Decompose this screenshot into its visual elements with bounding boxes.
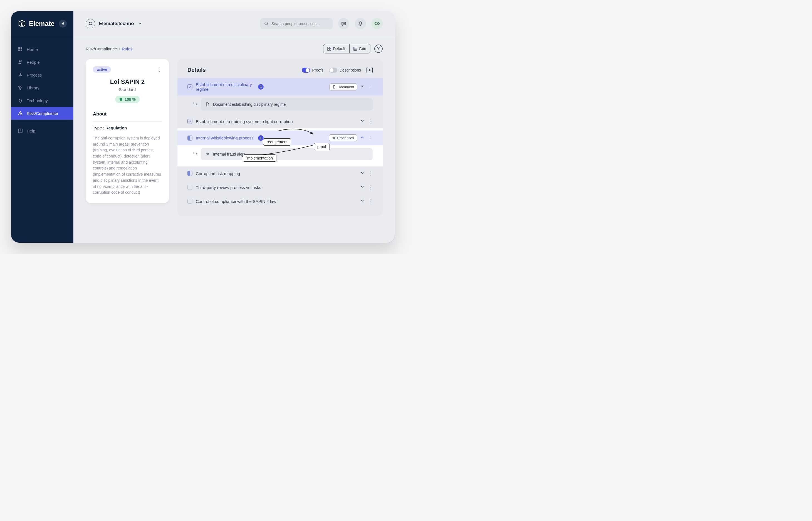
svg-point-6 (19, 86, 20, 87)
svg-point-14 (343, 23, 344, 24)
proof-item[interactable]: Document establishing disciplinary regim… (201, 98, 373, 111)
toggle-descriptions-label: Descriptions (339, 68, 361, 72)
toggle-proofs-label: Proofs (312, 68, 324, 72)
sub-row: Document establishing disciplinary regim… (177, 95, 383, 114)
nav-item-technology[interactable]: Technology (11, 94, 73, 107)
brand-logo[interactable]: Elemate (18, 20, 59, 28)
svg-rect-3 (21, 49, 22, 51)
indent-arrow-icon (193, 101, 197, 107)
breadcrumb-root[interactable]: Risk/Compliance (86, 46, 117, 51)
nav-item-process[interactable]: Process (11, 68, 73, 81)
brand-name: Elemate (29, 20, 54, 27)
proof-chip[interactable]: Document (330, 84, 357, 90)
details-title: Details (187, 67, 302, 73)
nav-label: Risk/Compliance (27, 111, 58, 116)
nav-item-help[interactable]: Help (11, 124, 73, 137)
chat-button[interactable] (338, 18, 349, 29)
proof-chip[interactable]: Processes (329, 134, 357, 141)
nav-item-library[interactable]: Library (11, 81, 73, 94)
requirement-label: Establishment of a training system to fi… (196, 119, 357, 124)
svg-rect-19 (330, 49, 331, 50)
row-menu-button[interactable]: ⋮ (367, 170, 373, 177)
about-heading: About (93, 111, 162, 117)
content: Risk/Compliance › Rules Default Grid ? (73, 36, 395, 243)
breadcrumb-current[interactable]: Rules (122, 46, 133, 51)
requirement-row[interactable]: Corruption risk mapping ⋮ (177, 166, 383, 180)
requirement-label: Corruption risk mapping (196, 171, 357, 176)
annotation-proof: proof (314, 143, 330, 150)
document-icon (206, 103, 210, 106)
sidebar-back-button[interactable] (59, 20, 67, 27)
proof-item[interactable]: Internal fraud alert (201, 148, 373, 160)
percent-badge: 100 % (115, 96, 140, 103)
chevron-down-icon (138, 22, 142, 26)
details-panel: Details Proofs Descriptions + (177, 59, 383, 216)
view-default-button[interactable]: Default (324, 44, 349, 53)
row-menu-button[interactable]: ⋮ (367, 118, 373, 124)
nav-item-risk-compliance[interactable]: Risk/Compliance (11, 107, 73, 120)
toggle-proofs[interactable] (302, 68, 310, 73)
svg-point-12 (265, 22, 267, 25)
svg-point-11 (90, 22, 92, 23)
svg-rect-0 (18, 47, 20, 49)
help-button[interactable]: ? (374, 45, 383, 53)
row-menu-button[interactable]: ⋮ (367, 84, 373, 90)
org-avatar-icon (86, 19, 95, 28)
row-menu-button[interactable]: ⋮ (367, 184, 373, 190)
rule-card: active ⋮ Loi SAPIN 2 Standard 100 % Abou… (86, 59, 169, 203)
nav-label: Technology (27, 98, 48, 103)
breadcrumb-row: Risk/Compliance › Rules Default Grid ? (86, 44, 383, 53)
card-menu-button[interactable]: ⋮ (157, 67, 162, 73)
nav-help-label: Help (27, 129, 35, 133)
chevron-down-icon[interactable] (360, 171, 364, 176)
chevron-down-icon[interactable] (360, 199, 364, 204)
checkbox-empty-icon (187, 199, 192, 204)
svg-point-5 (21, 61, 22, 62)
annotation-implementation: implementation (243, 155, 277, 162)
sidebar: Elemate Home People Process Library (11, 11, 73, 243)
checkbox-checked-icon (187, 119, 192, 124)
toggle-descriptions[interactable] (329, 68, 337, 73)
checkbox-partial-icon (187, 136, 192, 140)
about-text: The anti-corruption system is deployed a… (93, 135, 162, 196)
svg-point-13 (342, 23, 343, 24)
chevron-down-icon[interactable] (360, 84, 364, 89)
chevron-down-icon[interactable] (360, 119, 364, 124)
document-icon (333, 85, 336, 89)
requirement-label: Internal whistleblowing process (196, 136, 255, 140)
requirement-row[interactable]: Establishment of a training system to fi… (177, 114, 383, 128)
chevron-up-icon[interactable] (360, 136, 364, 140)
svg-rect-16 (328, 47, 329, 48)
requirement-row[interactable]: Third-party review process vs. risks ⋮ (177, 180, 383, 194)
count-badge: 1 (258, 135, 264, 141)
search-box[interactable] (260, 18, 333, 29)
user-avatar[interactable]: CO (372, 18, 383, 29)
chevron-down-icon[interactable] (360, 185, 364, 190)
nav-item-people[interactable]: People (11, 56, 73, 68)
nav-item-home[interactable]: Home (11, 43, 73, 56)
logo-icon (18, 20, 26, 28)
notifications-button[interactable] (355, 18, 366, 29)
nav-divider (18, 122, 67, 122)
org-selector[interactable]: Elemate.techno (86, 19, 142, 28)
row-menu-button[interactable]: ⋮ (367, 135, 373, 141)
nav-label: People (27, 60, 40, 65)
topbar: Elemate.techno CO (73, 11, 395, 36)
org-name: Elemate.techno (99, 21, 134, 26)
search-icon (264, 21, 269, 26)
svg-rect-2 (18, 49, 20, 51)
row-menu-button[interactable]: ⋮ (367, 198, 373, 204)
grid-icon (354, 47, 357, 51)
checkbox-empty-icon (187, 185, 192, 190)
requirement-row[interactable]: Control of compliance with the SAPIN 2 l… (177, 194, 383, 208)
rule-title: Loi SAPIN 2 (93, 78, 162, 86)
svg-point-7 (21, 86, 22, 87)
view-grid-button[interactable]: Grid (350, 44, 370, 53)
add-button[interactable]: + (366, 67, 373, 73)
app-frame: Elemate Home People Process Library (11, 11, 395, 243)
requirement-row[interactable]: Establishment of a disciplinary regime 1… (177, 78, 383, 95)
requirement-label: Control of compliance with the SAPIN 2 l… (196, 199, 357, 204)
search-input[interactable] (271, 21, 329, 26)
type-row: Type : Regulation (93, 121, 162, 130)
shield-icon (119, 97, 123, 101)
